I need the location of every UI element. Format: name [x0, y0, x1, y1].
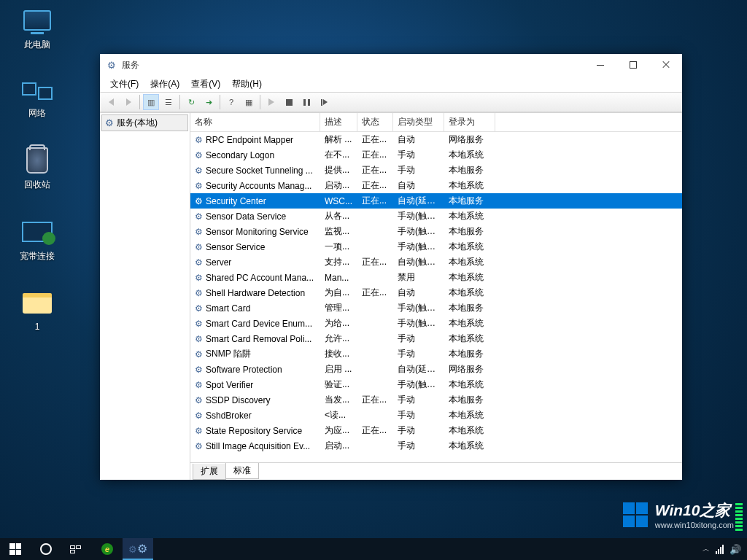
table-row[interactable]: Spot Verifier验证...手动(触发...本地系统 — [190, 377, 682, 392]
cell-name: Secondary Logon — [206, 150, 274, 160]
table-row[interactable]: SshdBroker<读...手动本地系统 — [190, 408, 682, 423]
tab-extended[interactable]: 扩展 — [193, 464, 226, 480]
col-status[interactable]: 状态 — [357, 113, 393, 131]
col-desc[interactable]: 描述 — [320, 113, 357, 131]
cell-startup: 自动 — [393, 179, 444, 192]
recycle-bin-icon — [21, 144, 53, 176]
cell-startup: 自动 — [393, 133, 444, 147]
tray-volume-icon[interactable]: 🔊 — [727, 544, 744, 555]
cell-name: Server — [206, 257, 231, 268]
desktop-icon-folder-1[interactable]: 1 — [10, 287, 64, 332]
table-row[interactable]: Smart Card管理...手动(触发...本地服务 — [190, 300, 682, 316]
list-button[interactable]: ▦ — [241, 94, 257, 110]
table-row[interactable]: Secondary Logon在不...正在...手动本地系统 — [190, 147, 682, 163]
desktop-label: 宽带连接 — [10, 250, 64, 262]
tree-node-services-local[interactable]: 服务(本地) — [101, 114, 188, 131]
cell-startup: 手动(触发... — [393, 209, 444, 223]
stop-service-button[interactable] — [281, 94, 297, 110]
titlebar[interactable]: 服务 — [100, 54, 682, 76]
table-row[interactable]: SSDP Discovery当发...正在...手动本地服务 — [190, 392, 682, 408]
table-row[interactable]: Sensor Service一项...手动(触发...本地系统 — [190, 239, 682, 254]
tray-network-icon[interactable] — [713, 544, 727, 554]
cell-status: 正在... — [357, 194, 393, 208]
tray-overflow-button[interactable]: ︿ — [700, 544, 713, 554]
table-row[interactable]: Sensor Data Service从各...手动(触发...本地系统 — [190, 209, 682, 224]
forward-button[interactable] — [120, 94, 136, 110]
cell-name: Security Accounts Manag... — [206, 181, 311, 191]
minimize-button[interactable] — [584, 54, 616, 76]
table-row[interactable]: Software Protection启用 ...自动(延迟...网络服务 — [190, 362, 682, 377]
table-row[interactable]: Smart Card Device Enum...为给...手动(触发...本地… — [190, 316, 682, 331]
table-row[interactable]: Security Accounts Manag...启动...正在...自动本地… — [190, 178, 682, 193]
close-button[interactable] — [649, 54, 682, 76]
cell-name: Shared PC Account Mana... — [206, 273, 314, 283]
cell-status — [357, 369, 393, 370]
col-logon[interactable]: 登录为 — [444, 113, 495, 131]
menu-help[interactable]: 帮助(H) — [226, 77, 268, 92]
start-service-button[interactable] — [263, 94, 279, 110]
help-button[interactable]: ? — [223, 94, 239, 110]
taskbar-services[interactable]: ⚙ — [123, 538, 153, 560]
export-button[interactable]: ➜ — [201, 94, 217, 110]
table-row[interactable]: SNMP 陷阱接收...手动本地服务 — [190, 346, 682, 362]
cell-startup: 手动 — [393, 424, 444, 438]
cortana-button[interactable] — [31, 538, 61, 560]
cell-logon: 本地系统 — [444, 240, 495, 254]
table-row[interactable]: Still Image Acquisition Ev...启动...手动本地系统 — [190, 438, 682, 454]
table-row[interactable]: RPC Endpoint Mapper解析 ...正在...自动网络服务 — [190, 132, 682, 147]
menu-action[interactable]: 操作(A) — [144, 77, 185, 92]
desktop-icon-network[interactable]: 网络 — [10, 73, 64, 120]
table-row[interactable]: Secure Socket Tunneling ...提供...正在...手动本… — [190, 163, 682, 178]
cell-startup: 手动(触发... — [393, 240, 444, 254]
services-window: 服务 文件(F) 操作(A) 查看(V) 帮助(H) ▥ ☰ ↻ ➜ ? ▦ 服 — [100, 54, 682, 480]
cell-desc: <读... — [320, 408, 357, 422]
services-table[interactable]: 名称 描述 状态 启动类型 登录为 RPC Endpoint Mapper解析 … — [190, 113, 682, 462]
table-row[interactable]: Security CenterWSC...正在...自动(延迟...本地服务 — [190, 193, 682, 209]
cell-name: Sensor Data Service — [206, 211, 286, 222]
taskbar-edge[interactable]: e — [92, 538, 123, 560]
desktop-icon-this-pc[interactable]: 此电脑 — [10, 4, 64, 51]
pause-service-button[interactable] — [298, 94, 314, 110]
start-button[interactable] — [0, 538, 31, 560]
restart-service-button[interactable] — [316, 94, 332, 110]
cell-startup: 自动(触发... — [393, 255, 444, 269]
col-startup[interactable]: 启动类型 — [393, 113, 444, 131]
col-name[interactable]: 名称 — [190, 113, 320, 131]
cell-startup: 自动(延迟... — [393, 194, 444, 208]
cell-logon: 本地系统 — [444, 255, 495, 269]
cell-name: SNMP 陷阱 — [206, 348, 251, 360]
gear-icon — [195, 135, 203, 145]
cell-logon: 本地服务 — [444, 347, 495, 361]
refresh-button[interactable]: ↻ — [183, 94, 199, 110]
gear-icon — [195, 273, 203, 283]
cell-startup: 自动(延迟... — [393, 362, 444, 376]
table-row[interactable]: Server支持...正在...自动(触发...本地系统 — [190, 254, 682, 270]
gear-icon — [195, 242, 203, 252]
cell-desc: 从各... — [320, 209, 357, 223]
table-row[interactable]: Shell Hardware Detection为自...正在...自动本地系统 — [190, 285, 682, 300]
cell-desc: 监视... — [320, 225, 357, 238]
cell-name: Still Image Acquisition Ev... — [206, 441, 310, 451]
tab-standard[interactable]: 标准 — [225, 463, 259, 479]
menu-view[interactable]: 查看(V) — [185, 77, 226, 92]
table-row[interactable]: Shared PC Account Mana...Man...禁用本地系统 — [190, 270, 682, 285]
cell-startup: 手动 — [393, 393, 444, 407]
properties-button[interactable]: ☰ — [160, 94, 177, 110]
desktop-icon-recycle-bin[interactable]: 回收站 — [10, 144, 64, 191]
show-tree-button[interactable]: ▥ — [143, 94, 159, 110]
menu-file[interactable]: 文件(F) — [104, 77, 144, 92]
gear-icon — [106, 59, 117, 71]
table-row[interactable]: Sensor Monitoring Service监视...手动(触发...本地… — [190, 224, 682, 239]
cell-name: Smart Card Removal Poli... — [206, 334, 311, 344]
cell-desc: 在不... — [320, 148, 357, 162]
back-button[interactable] — [103, 94, 119, 110]
table-row[interactable]: State Repository Service为应...正在...手动本地系统 — [190, 423, 682, 438]
desktop-icon-broadband[interactable]: 宽带连接 — [10, 216, 64, 262]
cell-desc: 解析 ... — [320, 133, 357, 147]
cell-status — [357, 216, 393, 217]
gear-icon — [195, 380, 203, 390]
view-tabs: 扩展 标准 — [190, 462, 682, 480]
task-view-button[interactable] — [61, 538, 92, 560]
maximize-button[interactable] — [616, 54, 649, 76]
table-row[interactable]: Smart Card Removal Poli...允许...手动本地系统 — [190, 331, 682, 346]
